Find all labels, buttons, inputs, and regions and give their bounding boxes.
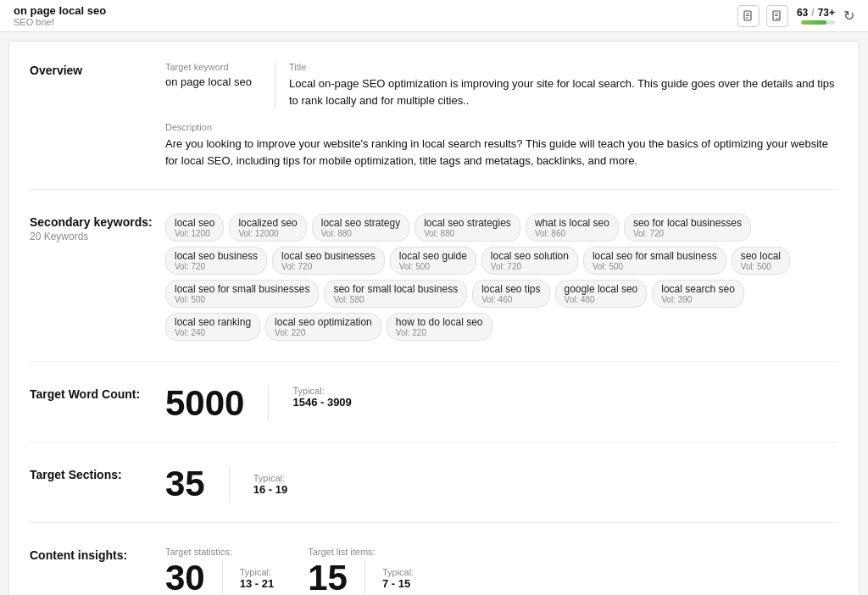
score-numbers: 63 / 73+ (797, 7, 835, 25)
description-block: Description Are you looking to improve y… (165, 122, 838, 169)
stats-divider (222, 560, 223, 595)
keyword-tag: how to do local seoVol: 220 (387, 313, 492, 341)
sections-row: 35 Typical: 16 - 19 (165, 466, 838, 502)
insights-grid: Target statistics: 30 Typical: 13 - 21 T… (165, 547, 838, 595)
word-count-inner: 5000 Typical: 1546 - 3909 (165, 386, 838, 421)
keyword-tag: local seo solutionVol: 720 (481, 247, 578, 275)
keywords-body: local seoVol: 1200localized seoVol: 1200… (165, 214, 838, 341)
keywords-container: local seoVol: 1200localized seoVol: 1200… (165, 214, 838, 341)
header-right: 63 / 73+ ↻ (737, 5, 854, 27)
word-count-body: 5000 Typical: 1546 - 3909 (165, 386, 838, 421)
word-count-typical-label: Typical: (292, 386, 351, 396)
keyword-tag: seo for small local businessVol: 580 (324, 280, 467, 308)
score-row: 63 / 73+ (797, 7, 835, 19)
document-icon (743, 10, 754, 22)
score-bar-fill (801, 20, 826, 25)
score-separator: / (811, 7, 814, 19)
score-current: 63 (797, 7, 808, 19)
keyword-tag: seo localVol: 500 (732, 247, 790, 275)
stats-label: Target statistics: (165, 547, 274, 557)
app-title: on page local seo (14, 4, 106, 17)
list-typical-value: 7 - 15 (382, 577, 414, 590)
header-icons (737, 5, 788, 27)
divider (268, 386, 269, 421)
score-bar (801, 20, 835, 25)
list-typical-label: Typical: (382, 567, 414, 577)
content-insights-body: Target statistics: 30 Typical: 13 - 21 T… (165, 547, 838, 595)
list-block: Target list items: 15 Typical: 7 - 15 (308, 547, 414, 595)
keyword-tag: local seo strategiesVol: 880 (415, 214, 520, 242)
list-divider (364, 560, 365, 595)
keyword-tag: local seo guideVol: 500 (390, 247, 476, 275)
sections-typical: Typical: 16 - 19 (253, 473, 287, 496)
target-keyword-value: on page local seo (165, 75, 261, 88)
keyword-tag: seo for local businessesVol: 720 (624, 214, 751, 242)
app-header: on page local seo SEO brief (0, 0, 868, 32)
keyword-tag: local seo for small businessVol: 500 (583, 247, 726, 275)
overview-grid: Target keyword on page local seo Title L… (165, 62, 838, 108)
target-sections-section: Target Sections: 35 Typical: 16 - 19 (30, 466, 838, 523)
keyword-tag: local seo strategyVol: 880 (312, 214, 409, 242)
keyword-tag: what is local seoVol: 860 (526, 214, 619, 242)
keyword-tag: local seo for small businessesVol: 500 (165, 280, 319, 308)
overview-section: Overview Target keyword on page local se… (30, 62, 838, 190)
sections-typical-value: 16 - 19 (253, 483, 287, 496)
main-content: Overview Target keyword on page local se… (8, 41, 860, 595)
content-insights-section: Content insights: Target statistics: 30 … (30, 547, 838, 595)
refresh-button[interactable]: ↻ (843, 8, 854, 24)
stats-typical-label: Typical: (240, 567, 274, 577)
description-label: Description (165, 122, 838, 132)
sections-typical-label: Typical: (253, 473, 287, 483)
icon-button-1[interactable] (737, 5, 760, 27)
score-max: 73+ (818, 7, 835, 19)
sections-divider (229, 466, 230, 502)
list-label: Target list items: (308, 547, 414, 557)
target-sections-body: 35 Typical: 16 - 19 (165, 466, 838, 502)
keyword-tag: local search seoVol: 390 (652, 280, 744, 308)
word-count-section: Target Word Count: 5000 Typical: 1546 - … (30, 386, 838, 442)
secondary-keywords-section: Secondary keywords: 20 Keywords local se… (30, 214, 838, 362)
keyword-tag: local seo optimizationVol: 220 (265, 313, 381, 341)
overview-body: Target keyword on page local seo Title L… (165, 62, 838, 169)
content-insights-label: Content insights: (30, 547, 165, 595)
title-label: Title (289, 62, 838, 72)
word-count-typical-value: 1546 - 3909 (292, 396, 351, 409)
stats-typical-value: 13 - 21 (240, 577, 274, 590)
stats-value: 30 (165, 560, 205, 595)
overview-title-col: Title Local on-page SEO optimization is … (289, 62, 838, 108)
secondary-keywords-label: Secondary keywords: 20 Keywords (30, 214, 165, 341)
stats-insight: 30 Typical: 13 - 21 (165, 560, 274, 595)
icon-button-2[interactable] (766, 5, 788, 27)
keyword-tag: localized seoVol: 12000 (229, 214, 306, 242)
export-icon (771, 10, 783, 22)
keyword-tag: local seo businessVol: 720 (165, 247, 267, 275)
keyword-tag: local seo businessesVol: 720 (272, 247, 385, 275)
list-insight: 15 Typical: 7 - 15 (308, 560, 414, 595)
keyword-tag: google local seoVol: 480 (555, 280, 648, 308)
word-count-label: Target Word Count: (30, 386, 165, 421)
word-count-typical: Typical: 1546 - 3909 (292, 386, 351, 409)
keyword-tag: local seoVol: 1200 (165, 214, 224, 242)
target-sections-label: Target Sections: (30, 466, 165, 502)
overview-label: Overview (30, 62, 165, 169)
title-text: Local on-page SEO optimization is improv… (289, 75, 838, 108)
list-typical: Typical: 7 - 15 (382, 567, 414, 590)
app-subtitle: SEO brief (14, 17, 106, 27)
sections-value: 35 (165, 466, 205, 502)
keywords-count: 20 Keywords (30, 231, 165, 242)
stats-block: Target statistics: 30 Typical: 13 - 21 (165, 547, 274, 595)
keyword-tag: local seo rankingVol: 240 (165, 313, 260, 341)
score-section: 63 / 73+ (797, 7, 835, 25)
overview-keyword-col: Target keyword on page local seo (165, 62, 275, 108)
description-text: Are you looking to improve your website'… (165, 136, 838, 169)
stats-typical: Typical: 13 - 21 (240, 567, 274, 590)
list-value: 15 (308, 560, 348, 595)
word-count-value: 5000 (165, 386, 244, 421)
header-left: on page local seo SEO brief (14, 4, 106, 27)
target-keyword-label: Target keyword (165, 62, 261, 72)
keyword-tag: local seo tipsVol: 460 (472, 280, 549, 308)
